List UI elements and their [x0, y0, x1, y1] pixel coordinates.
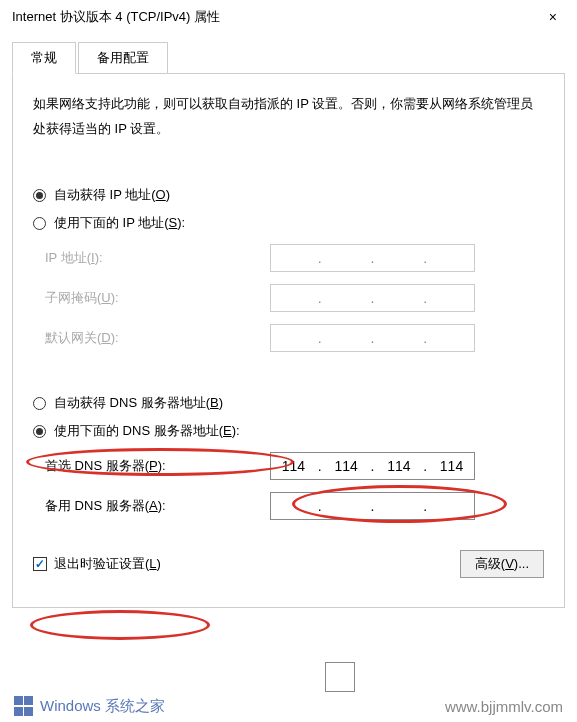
alternate-dns-label: 备用 DNS 服务器(A):	[45, 497, 270, 515]
alternate-dns-row: 备用 DNS 服务器(A): ...	[45, 492, 544, 520]
window-title: Internet 协议版本 4 (TCP/IPv4) 属性	[12, 8, 220, 26]
settings-panel: 如果网络支持此功能，则可以获取自动指派的 IP 设置。否则，你需要从网络系统管理…	[12, 74, 565, 608]
watermark: Windows 系统之家 www.bjjmmlv.com	[0, 696, 577, 716]
watermark-left: Windows 系统之家	[14, 696, 165, 716]
close-icon[interactable]: ×	[541, 9, 565, 25]
radio-icon	[33, 425, 46, 438]
preferred-dns-row: 首选 DNS 服务器(P): 114.114.114.114	[45, 452, 544, 480]
preferred-dns-label: 首选 DNS 服务器(P):	[45, 457, 270, 475]
validate-on-exit-row[interactable]: 退出时验证设置(L) 高级(V)...	[33, 555, 544, 573]
radio-icon	[33, 397, 46, 410]
default-gateway-row: 默认网关(D): ...	[45, 324, 544, 352]
windows-logo-icon	[14, 696, 34, 716]
tab-alternate[interactable]: 备用配置	[78, 42, 168, 73]
ip-address-input: ...	[270, 244, 475, 272]
radio-icon	[33, 189, 46, 202]
radio-auto-dns[interactable]: 自动获得 DNS 服务器地址(B)	[33, 394, 544, 412]
radio-icon	[33, 217, 46, 230]
ip-address-row: IP 地址(I): ...	[45, 244, 544, 272]
radio-manual-dns[interactable]: 使用下面的 DNS 服务器地址(E):	[33, 422, 544, 440]
highlight-ellipse	[30, 610, 210, 640]
advanced-button[interactable]: 高级(V)...	[460, 550, 544, 578]
preferred-dns-input[interactable]: 114.114.114.114	[270, 452, 475, 480]
ip-address-label: IP 地址(I):	[45, 249, 270, 267]
subnet-mask-row: 子网掩码(U): ...	[45, 284, 544, 312]
tab-general[interactable]: 常规	[12, 42, 76, 74]
titlebar: Internet 协议版本 4 (TCP/IPv4) 属性 ×	[0, 0, 577, 34]
subnet-mask-input: ...	[270, 284, 475, 312]
description-text: 如果网络支持此功能，则可以获取自动指派的 IP 设置。否则，你需要从网络系统管理…	[33, 92, 544, 141]
default-gateway-input: ...	[270, 324, 475, 352]
default-gateway-label: 默认网关(D):	[45, 329, 270, 347]
alternate-dns-input[interactable]: ...	[270, 492, 475, 520]
radio-manual-ip[interactable]: 使用下面的 IP 地址(S):	[33, 214, 544, 232]
tabs: 常规 备用配置	[12, 42, 565, 74]
watermark-right: www.bjjmmlv.com	[445, 698, 563, 715]
checkbox-icon	[33, 557, 47, 571]
subnet-mask-label: 子网掩码(U):	[45, 289, 270, 307]
radio-auto-ip[interactable]: 自动获得 IP 地址(O)	[33, 186, 544, 204]
footer-decoration	[325, 662, 355, 692]
